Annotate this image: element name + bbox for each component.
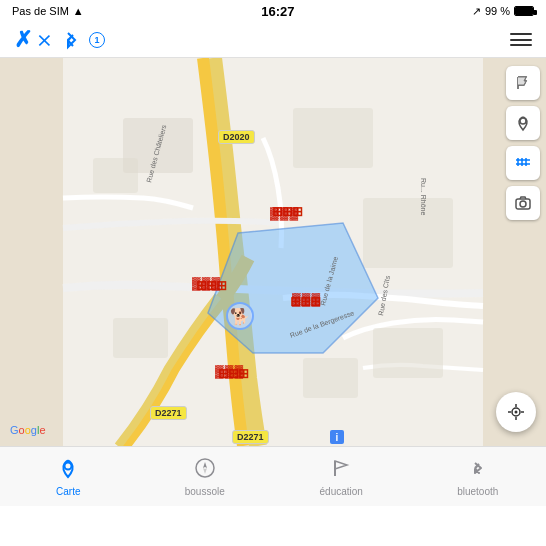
location-pin-button[interactable] (506, 106, 540, 140)
grid-button[interactable] (506, 146, 540, 180)
bluetooth-tab-svg (467, 457, 489, 479)
location-arrow-icon: ↗ (472, 5, 481, 18)
location-button[interactable] (496, 392, 536, 432)
compass-tab-icon (194, 457, 216, 479)
flag-tab-icon (330, 457, 352, 479)
battery-icon (514, 6, 534, 16)
svg-rect-2 (293, 108, 373, 168)
tab-carte[interactable]: Carte (0, 453, 137, 501)
svg-rect-5 (303, 358, 358, 398)
tab-bluetooth[interactable]: bluetooth (410, 453, 547, 501)
time-display: 16:27 (261, 4, 294, 19)
flag-button[interactable] (506, 66, 540, 100)
status-bar: Pas de SIM ▲ 16:27 ↗ 99 % (0, 0, 546, 22)
camera-button[interactable] (506, 186, 540, 220)
svg-rect-4 (373, 328, 443, 378)
svg-rect-7 (93, 158, 138, 193)
notification-badge: 1 (89, 32, 105, 48)
info-badge: i (330, 430, 344, 444)
svg-text:Ru... Rhône: Ru... Rhône (420, 178, 427, 215)
svg-point-27 (515, 411, 518, 414)
tab-bar: Carte boussole éducation (0, 446, 546, 506)
svg-point-25 (520, 201, 526, 207)
google-logo: Google (10, 424, 46, 436)
fence-top: ▓▓▓ (270, 206, 299, 220)
menu-button[interactable] (510, 33, 532, 46)
location-pin-icon (514, 114, 532, 132)
fence-right: ▓▓▓ (292, 292, 321, 306)
svg-rect-6 (113, 318, 168, 358)
tab-carte-label: Carte (56, 486, 80, 497)
bluetooth-logo-icon (57, 26, 85, 54)
camera-icon (514, 194, 532, 212)
d2020-badge: D2020 (218, 130, 255, 144)
map-container[interactable]: Rue des Châteliers Ru... Rhône Rue de la… (0, 58, 546, 446)
tab-bluetooth-label: bluetooth (457, 486, 498, 497)
tab-education-label: éducation (320, 486, 363, 497)
svg-rect-3 (363, 198, 453, 268)
location-circle-icon (506, 402, 526, 422)
bluetooth-tab-icon (467, 457, 489, 484)
fence-left: ▓▓▓ (192, 276, 221, 290)
dog-marker: 🐕 (226, 302, 254, 330)
status-right: ↗ 99 % (472, 5, 534, 18)
carte-icon (57, 457, 79, 484)
bluetooth-icon-header: ⨯ (36, 28, 53, 52)
map-toolbar (506, 66, 540, 220)
tab-boussole-label: boussole (185, 486, 225, 497)
battery-percent: 99 % (485, 5, 510, 17)
education-icon (330, 457, 352, 484)
status-left: Pas de SIM ▲ (12, 5, 84, 17)
d2271-badge-1: D2271 (150, 406, 187, 420)
map-svg: Rue des Châteliers Ru... Rhône Rue de la… (0, 58, 546, 446)
tab-boussole[interactable]: boussole (137, 453, 274, 501)
location-tab-icon (57, 457, 79, 479)
tab-education[interactable]: éducation (273, 453, 410, 501)
app-bar: ✗ ⨯ 1 (0, 22, 546, 58)
wifi-icon: ▲ (73, 5, 84, 17)
d2271-badge-2: D2271 (232, 430, 269, 444)
bluetooth-symbol-icon: ✗ (14, 27, 32, 53)
boussole-icon (194, 457, 216, 484)
bluetooth-header-icon: ✗ ⨯ 1 (14, 26, 105, 54)
carrier-text: Pas de SIM (12, 5, 69, 17)
flag-icon (514, 74, 532, 92)
fence-bottom: ▓▓▓ (215, 364, 244, 378)
svg-point-33 (196, 459, 214, 477)
grid-icon (514, 154, 532, 172)
